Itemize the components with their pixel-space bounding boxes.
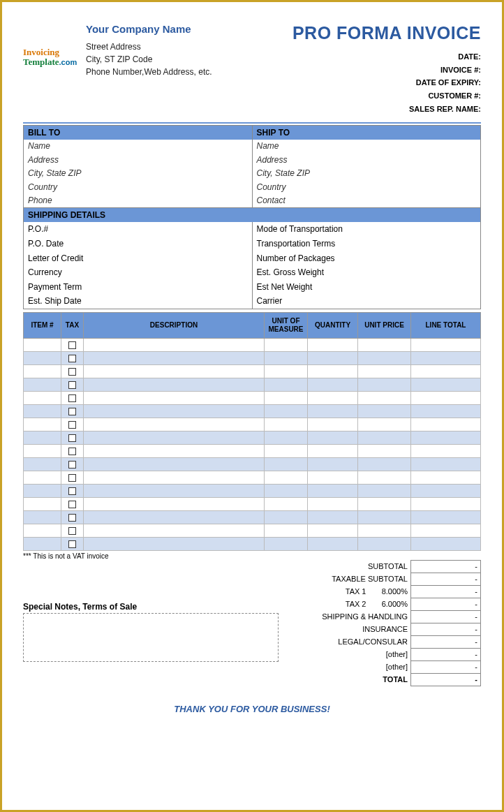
cell-item[interactable] — [24, 364, 61, 378]
cell-desc[interactable] — [84, 471, 265, 484]
tax-checkbox[interactable] — [68, 514, 76, 522]
tax-checkbox[interactable] — [68, 381, 76, 389]
cell-qty[interactable] — [308, 484, 358, 497]
cell-uom[interactable] — [265, 497, 308, 510]
cell-desc[interactable] — [84, 510, 265, 524]
tax-checkbox[interactable] — [68, 434, 76, 442]
cell-desc[interactable] — [84, 338, 265, 351]
cell-qty[interactable] — [308, 524, 358, 537]
cell-price[interactable] — [358, 404, 411, 418]
cell-uom[interactable] — [265, 378, 308, 391]
cell-price[interactable] — [358, 431, 411, 444]
cell-qty[interactable] — [308, 537, 358, 550]
cell-item[interactable] — [24, 418, 61, 431]
tax-checkbox[interactable] — [68, 355, 76, 362]
cell-item[interactable] — [24, 391, 61, 404]
bill-to-header: BILL TO — [24, 126, 252, 140]
cell-price[interactable] — [358, 497, 411, 510]
cell-uom[interactable] — [265, 457, 308, 471]
tax-checkbox[interactable] — [68, 341, 76, 349]
cell-uom[interactable] — [265, 404, 308, 418]
meta-customer-no: CUSTOMER #: — [292, 89, 481, 103]
tax-checkbox[interactable] — [68, 474, 76, 482]
cell-uom[interactable] — [265, 351, 308, 364]
cell-desc[interactable] — [84, 537, 265, 550]
tax-checkbox[interactable] — [68, 408, 76, 415]
cell-qty[interactable] — [308, 510, 358, 524]
cell-item[interactable] — [24, 338, 61, 351]
tax-checkbox[interactable] — [68, 461, 76, 468]
cell-desc[interactable] — [84, 444, 265, 457]
cell-uom[interactable] — [265, 418, 308, 431]
cell-price[interactable] — [358, 364, 411, 378]
cell-qty[interactable] — [308, 364, 358, 378]
cell-price[interactable] — [358, 351, 411, 364]
cell-uom[interactable] — [265, 364, 308, 378]
cell-desc[interactable] — [84, 484, 265, 497]
cell-qty[interactable] — [308, 391, 358, 404]
cell-uom[interactable] — [265, 510, 308, 524]
cell-qty[interactable] — [308, 444, 358, 457]
cell-uom[interactable] — [265, 431, 308, 444]
cell-desc[interactable] — [84, 404, 265, 418]
cell-price[interactable] — [358, 510, 411, 524]
cell-item[interactable] — [24, 510, 61, 524]
tax-checkbox[interactable] — [68, 394, 76, 402]
cell-item[interactable] — [24, 537, 61, 550]
cell-qty[interactable] — [308, 418, 358, 431]
cell-qty[interactable] — [308, 457, 358, 471]
cell-desc[interactable] — [84, 524, 265, 537]
tax-checkbox[interactable] — [68, 540, 76, 548]
cell-price[interactable] — [358, 338, 411, 351]
cell-uom[interactable] — [265, 391, 308, 404]
cell-price[interactable] — [358, 378, 411, 391]
tax-checkbox[interactable] — [68, 421, 76, 429]
cell-qty[interactable] — [308, 497, 358, 510]
cell-item[interactable] — [24, 444, 61, 457]
notes-box[interactable] — [23, 613, 279, 662]
cell-price[interactable] — [358, 444, 411, 457]
cell-uom[interactable] — [265, 444, 308, 457]
cell-uom[interactable] — [265, 338, 308, 351]
cell-qty[interactable] — [308, 431, 358, 444]
cell-item[interactable] — [24, 404, 61, 418]
cell-desc[interactable] — [84, 418, 265, 431]
cell-item[interactable] — [24, 524, 61, 537]
cell-item[interactable] — [24, 431, 61, 444]
cell-qty[interactable] — [308, 404, 358, 418]
tax-checkbox[interactable] — [68, 501, 76, 508]
cell-qty[interactable] — [308, 378, 358, 391]
cell-price[interactable] — [358, 537, 411, 550]
cell-uom[interactable] — [265, 524, 308, 537]
cell-price[interactable] — [358, 391, 411, 404]
cell-uom[interactable] — [265, 484, 308, 497]
cell-qty[interactable] — [308, 338, 358, 351]
tax-checkbox[interactable] — [68, 448, 76, 455]
cell-item[interactable] — [24, 351, 61, 364]
cell-price[interactable] — [358, 524, 411, 537]
cell-item[interactable] — [24, 497, 61, 510]
cell-desc[interactable] — [84, 391, 265, 404]
tax-checkbox[interactable] — [68, 368, 76, 376]
cell-item[interactable] — [24, 484, 61, 497]
cell-desc[interactable] — [84, 364, 265, 378]
cell-qty[interactable] — [308, 351, 358, 364]
cell-desc[interactable] — [84, 497, 265, 510]
cell-item[interactable] — [24, 378, 61, 391]
cell-price[interactable] — [358, 418, 411, 431]
tax-checkbox[interactable] — [68, 527, 76, 535]
cell-uom[interactable] — [265, 471, 308, 484]
cell-desc[interactable] — [84, 457, 265, 471]
cell-desc[interactable] — [84, 351, 265, 364]
cell-item[interactable] — [24, 457, 61, 471]
cell-item[interactable] — [24, 471, 61, 484]
logo-line2: Template — [23, 57, 59, 67]
cell-qty[interactable] — [308, 471, 358, 484]
cell-price[interactable] — [358, 457, 411, 471]
cell-desc[interactable] — [84, 431, 265, 444]
cell-desc[interactable] — [84, 378, 265, 391]
cell-price[interactable] — [358, 484, 411, 497]
cell-price[interactable] — [358, 471, 411, 484]
tax-checkbox[interactable] — [68, 487, 76, 495]
cell-uom[interactable] — [265, 537, 308, 550]
